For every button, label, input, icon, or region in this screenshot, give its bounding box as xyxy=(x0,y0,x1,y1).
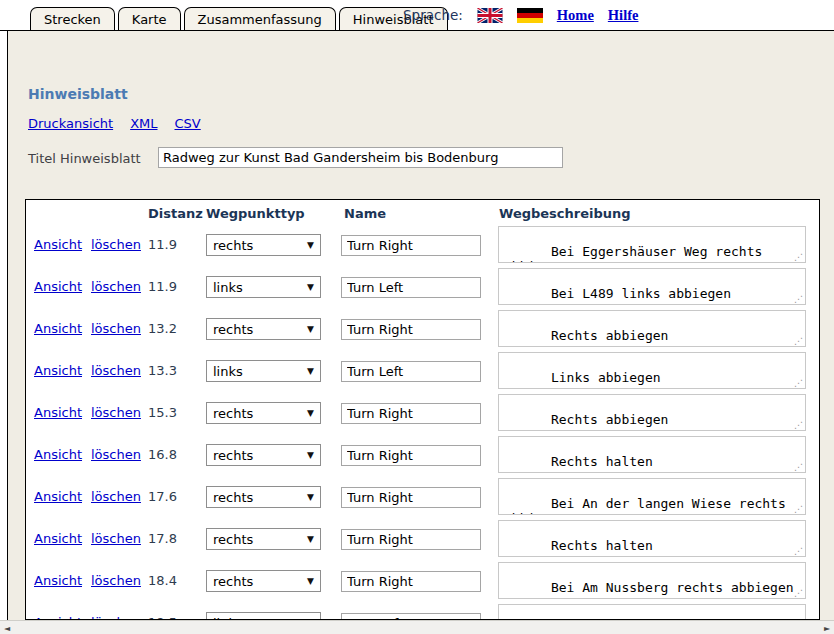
resize-grip-icon[interactable]: ⋰ xyxy=(794,337,803,345)
description-text: Bei Am Nussberg rechts abbiegen xyxy=(551,580,794,595)
view-link[interactable]: Ansicht xyxy=(34,573,82,588)
view-link[interactable]: Ansicht xyxy=(34,363,82,378)
waypoint-name-input[interactable] xyxy=(341,361,481,382)
header-distance: Distanz xyxy=(148,206,203,221)
waypoint-name-input[interactable] xyxy=(341,319,481,340)
home-link[interactable]: Home xyxy=(557,7,594,24)
resize-grip-icon[interactable]: ⋰ xyxy=(794,463,803,471)
table-row: Ansicht löschen 11.9 links ▼ Bei L489 li… xyxy=(26,266,819,308)
selected-waypoint-type: rechts xyxy=(213,490,253,505)
selected-waypoint-type: links xyxy=(213,280,243,295)
waypoint-type-select[interactable]: rechts ▼ xyxy=(206,318,321,340)
scroll-right-arrow-icon[interactable]: ► xyxy=(820,622,834,634)
tab-zusammenfassung[interactable]: Zusammenfassung xyxy=(184,7,336,31)
waypoint-type-select[interactable]: links ▼ xyxy=(206,360,321,382)
delete-link[interactable]: löschen xyxy=(91,279,141,294)
view-link[interactable]: Ansicht xyxy=(34,447,82,462)
waypoint-type-select[interactable]: rechts ▼ xyxy=(206,528,321,550)
csv-link[interactable]: CSV xyxy=(175,116,201,131)
header-description: Wegbeschreibung xyxy=(499,206,631,221)
title-input[interactable] xyxy=(158,147,563,168)
chevron-down-icon: ▼ xyxy=(307,534,314,544)
top-links: Home Hilfe xyxy=(557,7,639,24)
waypoint-type-select[interactable]: links ▼ xyxy=(206,276,321,298)
delete-link[interactable]: löschen xyxy=(91,531,141,546)
waypoint-name-input[interactable] xyxy=(341,529,481,550)
selected-waypoint-type: rechts xyxy=(213,532,253,547)
delete-link[interactable]: löschen xyxy=(91,237,141,252)
help-link[interactable]: Hilfe xyxy=(608,7,639,24)
resize-grip-icon[interactable]: ⋰ xyxy=(794,253,803,261)
waypoint-name-input[interactable] xyxy=(341,235,481,256)
waypoint-name-input[interactable] xyxy=(341,571,481,592)
waypoint-name-input[interactable] xyxy=(341,403,481,424)
resize-grip-icon[interactable]: ⋰ xyxy=(794,589,803,597)
description-textarea[interactable]: Bei Eggershäuser Weg rechts abbiegen ⋰ xyxy=(498,226,806,263)
table-row: Ansicht löschen 18.5 links ▼ Bei Am Nuss… xyxy=(26,602,819,620)
view-link[interactable]: Ansicht xyxy=(34,531,82,546)
table-row: Ansicht löschen 17.6 rechts ▼ Bei An der… xyxy=(26,476,819,518)
view-link[interactable]: Ansicht xyxy=(34,489,82,504)
header-waypoint-type: Wegpunkttyp xyxy=(206,206,305,221)
xml-link[interactable]: XML xyxy=(130,116,157,131)
description-textarea[interactable]: Rechts halten ⋰ xyxy=(498,520,806,557)
resize-grip-icon[interactable]: ⋰ xyxy=(794,547,803,555)
resize-grip-icon[interactable]: ⋰ xyxy=(794,379,803,387)
waypoint-type-select[interactable]: rechts ▼ xyxy=(206,444,321,466)
delete-link[interactable]: löschen xyxy=(91,447,141,462)
table-row: Ansicht löschen 13.2 rechts ▼ Rechts abb… xyxy=(26,308,819,350)
delete-link[interactable]: löschen xyxy=(91,363,141,378)
description-text: Bei Eggershäuser Weg rechts abbiegen xyxy=(504,244,770,263)
tab-karte[interactable]: Karte xyxy=(118,7,181,31)
tab-strecken[interactable]: Strecken xyxy=(30,7,115,31)
distance-value: 11.9 xyxy=(148,279,177,294)
title-field-label: Titel Hinweisblatt xyxy=(28,151,141,166)
scroll-left-arrow-icon[interactable]: ◄ xyxy=(0,622,14,634)
germany-flag-icon[interactable] xyxy=(517,8,543,23)
waypoint-type-select[interactable]: rechts ▼ xyxy=(206,486,321,508)
waypoint-type-select[interactable]: rechts ▼ xyxy=(206,402,321,424)
description-textarea[interactable]: Links abbiegen ⋰ xyxy=(498,352,806,389)
delete-link[interactable]: löschen xyxy=(91,573,141,588)
description-text: Rechts abbiegen xyxy=(551,328,668,343)
delete-link[interactable]: löschen xyxy=(91,321,141,336)
language-label: Sprache: xyxy=(403,7,463,23)
distance-value: 13.3 xyxy=(148,363,177,378)
waypoint-type-select[interactable]: rechts ▼ xyxy=(206,570,321,592)
table-row: Ansicht löschen 13.3 links ▼ Links abbie… xyxy=(26,350,819,392)
resize-grip-icon[interactable]: ⋰ xyxy=(794,295,803,303)
waypoint-name-input[interactable] xyxy=(341,613,481,620)
view-link[interactable]: Ansicht xyxy=(34,405,82,420)
description-textarea[interactable]: Rechts abbiegen ⋰ xyxy=(498,310,806,347)
resize-grip-icon[interactable]: ⋰ xyxy=(794,505,803,513)
view-link[interactable]: Ansicht xyxy=(34,321,82,336)
delete-link[interactable]: löschen xyxy=(91,489,141,504)
description-textarea[interactable]: Bei Am Nussberg rechts abbiegen ⋰ xyxy=(498,562,806,599)
view-link[interactable]: Ansicht xyxy=(34,237,82,252)
view-link[interactable]: Ansicht xyxy=(34,279,82,294)
waypoint-name-input[interactable] xyxy=(341,277,481,298)
description-textarea[interactable]: Bei An der langen Wiese rechts abbiegen … xyxy=(498,478,806,515)
tab-bar: Strecken Karte Zusammenfassung Hinweisbl… xyxy=(0,0,834,31)
distance-value: 15.3 xyxy=(148,405,177,420)
distance-value: 18.4 xyxy=(148,573,177,588)
description-text: Bei An der langen Wiese rechts abbiegen xyxy=(504,496,794,515)
print-view-link[interactable]: Druckansicht xyxy=(28,116,113,131)
waypoint-table: Distanz Wegpunkttyp Name Wegbeschreibung… xyxy=(25,199,820,620)
chevron-down-icon: ▼ xyxy=(307,240,314,250)
description-text: Rechts abbiegen xyxy=(551,412,668,427)
resize-grip-icon[interactable]: ⋰ xyxy=(794,421,803,429)
waypoint-type-select[interactable]: links ▼ xyxy=(206,612,321,620)
waypoint-name-input[interactable] xyxy=(341,487,481,508)
horizontal-scrollbar[interactable]: ◄ ► xyxy=(0,620,834,634)
description-textarea[interactable]: Bei Am Nussberg links abbiegen ⋰ xyxy=(498,604,806,620)
description-textarea[interactable]: Bei L489 links abbiegen ⋰ xyxy=(498,268,806,305)
uk-flag-icon[interactable] xyxy=(477,8,503,23)
description-textarea[interactable]: Rechts halten ⋰ xyxy=(498,436,806,473)
description-textarea[interactable]: Rechts abbiegen ⋰ xyxy=(498,394,806,431)
chevron-down-icon: ▼ xyxy=(307,450,314,460)
table-row: Ansicht löschen 17.8 rechts ▼ Rechts hal… xyxy=(26,518,819,560)
delete-link[interactable]: löschen xyxy=(91,405,141,420)
waypoint-type-select[interactable]: rechts ▼ xyxy=(206,234,321,256)
waypoint-name-input[interactable] xyxy=(341,445,481,466)
